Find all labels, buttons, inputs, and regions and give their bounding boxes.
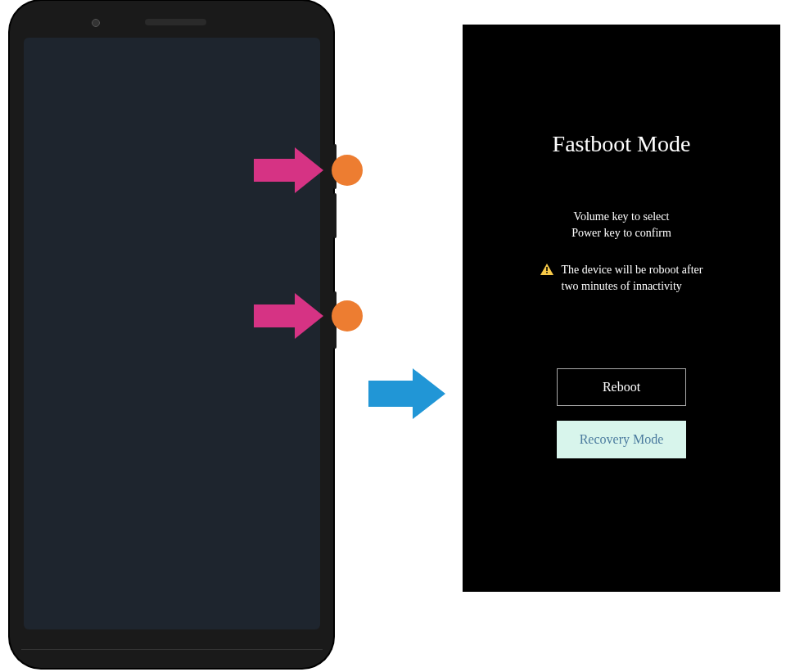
phone-bezel-line: [21, 649, 323, 650]
volume-down-button: [333, 193, 337, 238]
warning-text: The device will be roboot after two minu…: [562, 262, 703, 294]
arrow-right-icon: [254, 293, 323, 339]
fastboot-warning: The device will be roboot after two minu…: [463, 262, 780, 294]
recovery-mode-button[interactable]: Recovery Mode: [557, 421, 686, 458]
fastboot-screen: Fastboot Mode Volume key to select Power…: [463, 25, 780, 592]
press-dot-icon: [332, 300, 363, 331]
reboot-button[interactable]: Reboot: [557, 368, 686, 406]
instruction-line: Power key to confirm: [463, 225, 780, 241]
press-indicator-volume: [254, 147, 363, 193]
press-indicator-power: [254, 293, 363, 339]
fastboot-buttons: Reboot Recovery Mode: [463, 368, 780, 458]
svg-rect-1: [546, 267, 548, 271]
phone-camera: [92, 19, 100, 27]
press-dot-icon: [332, 155, 363, 186]
instruction-line: Volume key to select: [463, 209, 780, 225]
fastboot-instructions: Volume key to select Power key to confir…: [463, 209, 780, 241]
transition-arrow-icon: [368, 368, 450, 419]
svg-rect-2: [546, 272, 548, 273]
phone-speaker: [145, 19, 206, 25]
warning-line: The device will be roboot after: [562, 262, 703, 278]
fastboot-title: Fastboot Mode: [463, 131, 780, 157]
arrow-right-icon: [254, 147, 323, 193]
warning-icon: [540, 264, 553, 275]
warning-line: two minutes of innactivity: [562, 278, 703, 295]
